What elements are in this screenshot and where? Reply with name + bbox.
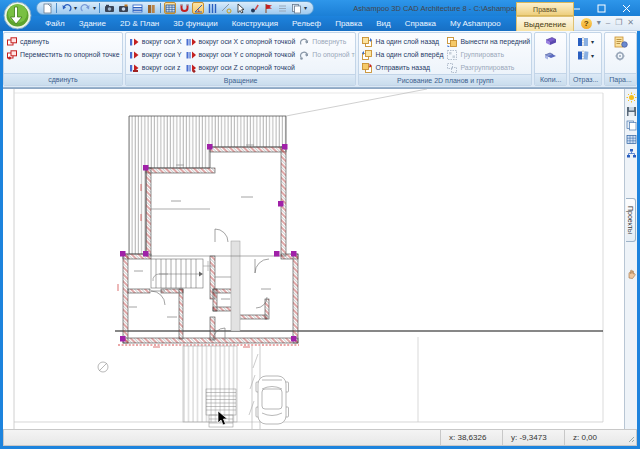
tab-building[interactable]: Здание <box>72 16 113 31</box>
rotate-z-reference-icon <box>186 63 196 73</box>
tab-my-ashampoo[interactable]: My Ashampoo <box>443 16 508 31</box>
floor-plan-drawing <box>3 89 624 429</box>
ribbon: сдвинуть Переместить по опорной точке <r… <box>3 31 637 88</box>
guides-icon[interactable] <box>206 2 218 14</box>
qat-dropdown-icon[interactable]: ▾ <box>304 2 307 14</box>
copy-icon <box>544 36 558 48</box>
turn-by-reference-label: По опорной точке <box>312 51 356 58</box>
mirror-horizontal-icon <box>577 36 590 48</box>
close-ribbon-icon[interactable]: ✕ <box>627 19 634 27</box>
grid-view-icon[interactable] <box>625 133 637 145</box>
copy-mode-icon[interactable] <box>290 2 302 14</box>
flag-icon[interactable] <box>262 2 274 14</box>
parameters-button[interactable] <box>614 36 628 48</box>
help-icon[interactable]: ? <box>581 18 592 29</box>
project-structure-icon[interactable] <box>625 147 637 159</box>
resize-grip[interactable] <box>626 430 636 445</box>
turn-button[interactable]: Повернуть <box>299 35 356 48</box>
save-view-icon[interactable] <box>625 105 637 117</box>
rotate-z-reference-button[interactable]: вокруг оси Z с опорной точкой <box>186 61 296 74</box>
mirror-vertical-button[interactable]: ▾ <box>577 50 594 62</box>
bring-front-label: Вынести на передний план <box>460 38 532 45</box>
rotate-z-button[interactable]: вокруг оси z <box>129 61 182 74</box>
properties-gear-icon <box>614 50 628 62</box>
group-move: сдвинуть Переместить по опорной точке <r… <box>3 32 123 86</box>
drawing-canvas[interactable] <box>3 89 624 429</box>
close-button[interactable] <box>614 1 638 15</box>
qat-separator <box>56 3 57 13</box>
levels-icon[interactable] <box>276 2 288 14</box>
camera-path-icon[interactable] <box>117 2 129 14</box>
help-dropdown-icon[interactable]: ▾ <box>597 19 601 27</box>
rotate-x-icon <box>129 37 139 47</box>
rotate-y-reference-button[interactable]: вокруг оси Y с опорной точкой <box>186 48 296 61</box>
send-back-button[interactable]: Отправить назад <box>362 61 443 74</box>
undo-dropdown-icon[interactable]: ▾ <box>74 2 77 14</box>
marker-icon[interactable] <box>248 2 260 14</box>
app-logo-button[interactable] <box>3 1 32 30</box>
qat-separator <box>99 3 100 13</box>
tab-2d-plan[interactable]: 2D & План <box>113 16 166 31</box>
ungroup-button[interactable]: Разгруппировать <box>447 61 532 74</box>
send-back-label: Отправить назад <box>375 64 430 71</box>
tab-selection-label: Выделение <box>524 20 566 29</box>
group-mirror-caption: Отраз... <box>570 73 601 85</box>
rotate-y-button[interactable]: вокруг оси Y <box>129 48 182 61</box>
mirror-horizontal-dropdown-icon[interactable]: ▾ <box>591 36 594 48</box>
turn-by-reference-button[interactable]: По опорной точке <box>299 48 356 61</box>
copy-multiple-button[interactable] <box>544 50 558 62</box>
tab-terrain[interactable]: Рельеф <box>285 16 328 31</box>
grid-toggle-icon[interactable] <box>164 2 176 14</box>
catalog-icon[interactable] <box>145 2 157 14</box>
tab-3d-functions[interactable]: 3D функции <box>166 16 224 31</box>
measure-icon[interactable] <box>220 2 232 14</box>
ungroup-label: Разгруппировать <box>460 64 514 71</box>
move-button[interactable]: сдвинуть <box>7 35 123 48</box>
copy-button[interactable] <box>544 36 558 48</box>
group-button[interactable]: Группировать <box>447 48 532 61</box>
group-parameters: Пара... <box>604 32 637 86</box>
rotate-x-button[interactable]: вокруг оси X <box>129 35 182 48</box>
mirror-horizontal-button[interactable]: ▾ <box>577 36 594 48</box>
group-copy-caption: Копи... <box>535 73 566 85</box>
mirror-vertical-dropdown-icon[interactable]: ▾ <box>591 50 594 62</box>
layers-panel-icon[interactable] <box>131 2 143 14</box>
tab-selection[interactable]: Выделение Правка <box>516 16 574 31</box>
group-move-caption: сдвинуть <box>4 73 122 85</box>
restore-ribbon-icon[interactable]: ❐ <box>615 19 622 27</box>
turn-icon <box>299 37 309 47</box>
rotate-x-reference-button[interactable]: вокруг оси X с опорной точкой <box>186 35 296 48</box>
move-by-reference-button[interactable]: Переместить по опорной точке <r> <box>7 48 123 61</box>
group-label: Группировать <box>460 51 504 58</box>
undo-icon[interactable] <box>60 2 72 14</box>
tab-construction[interactable]: Конструкция <box>225 16 285 31</box>
copy-view-icon[interactable] <box>625 119 637 131</box>
maximize-button[interactable] <box>589 1 613 15</box>
layer-forward-label: На один слой вперёд <box>375 51 443 58</box>
projects-panel-tab[interactable]: Проекты <box>626 198 636 242</box>
camera-view-icon[interactable] <box>103 2 115 14</box>
tab-help[interactable]: Справка <box>398 16 443 31</box>
snap-magnet-icon[interactable] <box>178 2 190 14</box>
group-parameters-caption: Пара... <box>605 73 636 85</box>
minimize-ribbon-icon[interactable]: – <box>606 19 610 27</box>
redo-dropdown-icon[interactable]: ▾ <box>93 2 96 14</box>
pointer-icon[interactable] <box>234 2 246 14</box>
tab-edit[interactable]: Правка <box>328 16 369 31</box>
bring-front-icon <box>447 37 457 47</box>
new-document-icon[interactable] <box>41 2 53 14</box>
layer-forward-button[interactable]: На один слой вперёд <box>362 48 443 61</box>
bring-front-button[interactable]: Вынести на передний план <box>447 35 532 48</box>
render-settings-icon[interactable] <box>625 91 637 103</box>
properties-button[interactable] <box>614 50 628 62</box>
pan-hand-icon[interactable] <box>625 268 637 280</box>
layer-back-button[interactable]: На один слой назад <box>362 35 443 48</box>
angle-snap-icon[interactable] <box>192 2 204 14</box>
ungroup-icon <box>447 63 457 73</box>
tab-view[interactable]: Вид <box>369 16 397 31</box>
redo-icon[interactable] <box>79 2 91 14</box>
tab-file[interactable]: Файл <box>38 16 72 31</box>
rotate-z-reference-label: вокруг оси Z с опорной точкой <box>199 64 295 71</box>
ribbon-tab-row: Файл Здание 2D & План 3D функции Констру… <box>0 16 640 31</box>
move-reference-icon <box>7 50 17 60</box>
